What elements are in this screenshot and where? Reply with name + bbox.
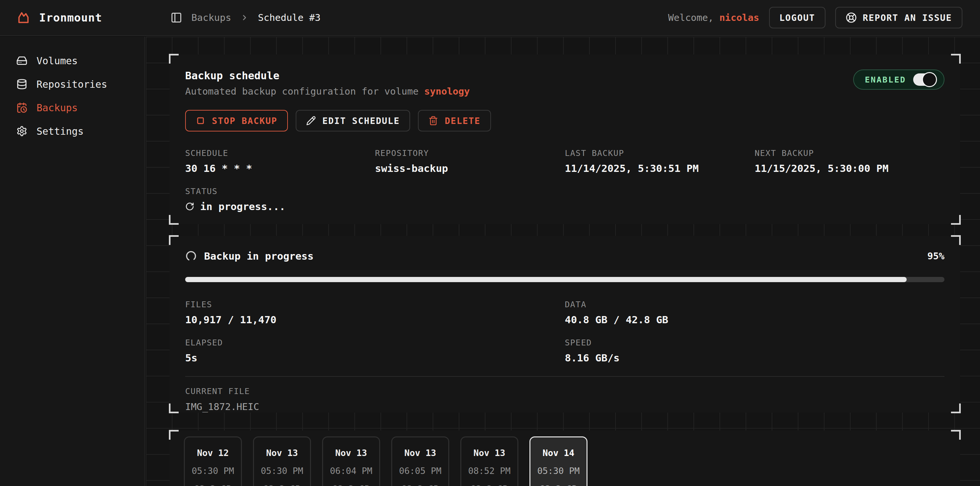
chevron-right-icon (240, 13, 249, 22)
corner-bracket (951, 235, 961, 245)
field-repository: REPOSITORY swiss-backup (375, 148, 565, 174)
corner-bracket (951, 215, 961, 225)
field-value: 11/15/2025, 5:30:00 PM (755, 163, 945, 174)
logout-button[interactable]: LOGOUT (769, 7, 826, 29)
delete-button[interactable]: DELETE (418, 110, 491, 131)
field-value: 11/14/2025, 5:30:51 PM (565, 163, 755, 174)
backup-schedule-card: Backup schedule Automated backup configu… (170, 54, 960, 224)
schedule-actions: STOP BACKUP EDIT SCHEDULE (185, 110, 945, 131)
snapshot-size: 92.2 GB (254, 484, 310, 486)
snapshot-size: 92.2 GB (323, 484, 379, 486)
snapshot-time: 08:52 PM (461, 466, 517, 476)
snapshot-time: 05:30 PM (530, 466, 587, 476)
corner-bracket (169, 403, 179, 413)
stop-backup-button[interactable]: STOP BACKUP (185, 110, 288, 131)
snapshot-card[interactable]: Nov 13 08:52 PM 92.2 GB (460, 437, 519, 486)
snapshot-card[interactable]: Nov 13 06:05 PM 92.2 GB (391, 437, 449, 486)
corner-bracket (951, 430, 961, 440)
progress-percent: 95% (928, 250, 945, 261)
status-block: STATUS in progress... (185, 186, 945, 212)
current-file-label: CURRENT FILE (185, 387, 945, 396)
sidebar-item-label: Repositories (37, 79, 107, 90)
lifebuoy-icon (846, 12, 857, 23)
enabled-label: ENABLED (865, 75, 906, 84)
welcome-text: Welcome, nicolas (668, 12, 759, 23)
main-content: Backup schedule Automated backup configu… (146, 37, 980, 486)
schedule-fields: SCHEDULE 30 16 * * * REPOSITORY swiss-ba… (185, 148, 945, 174)
stat-value: 10,917 / 11,470 (185, 314, 565, 325)
snapshot-date: Nov 13 (461, 448, 517, 458)
pencil-icon (306, 116, 316, 126)
stat-label: DATA (565, 300, 945, 309)
status-label: STATUS (185, 186, 945, 196)
sidebar-item-settings[interactable]: Settings (0, 120, 145, 143)
snapshot-date: Nov 13 (254, 448, 310, 458)
breadcrumb-current: Schedule #3 (258, 12, 320, 23)
stat-label: FILES (185, 300, 565, 309)
schedule-card-header: Backup schedule Automated backup configu… (185, 70, 470, 97)
app-title: Ironmount (39, 11, 102, 24)
snapshot-card-selected[interactable]: Nov 14 05:30 PM 92.2 GB (530, 437, 587, 486)
sidebar-item-volumes[interactable]: Volumes (0, 49, 145, 72)
snapshot-time: 06:05 PM (392, 466, 448, 476)
database-icon (16, 79, 27, 90)
field-next-backup: NEXT BACKUP 11/15/2025, 5:30:00 PM (755, 148, 945, 174)
delete-label: DELETE (445, 116, 480, 126)
breadcrumb: Backups Schedule #3 (145, 12, 320, 24)
progress-bar-fill (185, 277, 907, 282)
corner-bracket (169, 430, 179, 440)
corner-bracket (169, 54, 179, 64)
sidebar-item-label: Settings (37, 126, 84, 137)
corner-bracket (951, 403, 961, 413)
snapshot-card[interactable]: Nov 12 05:30 PM 92.2 GB (184, 437, 242, 486)
brand: Ironmount (0, 10, 145, 25)
enabled-switch[interactable] (913, 73, 936, 86)
edit-schedule-button[interactable]: EDIT SCHEDULE (296, 110, 410, 131)
enabled-toggle-pill[interactable]: ENABLED (853, 70, 945, 90)
current-file-block: CURRENT FILE IMG_1872.HEIC (185, 387, 945, 412)
snapshot-card[interactable]: Nov 13 06:04 PM 92.2 GB (322, 437, 380, 486)
hard-drive-icon (16, 55, 27, 66)
status-value: in progress... (185, 201, 945, 212)
snapshot-list: Nov 12 05:30 PM 92.2 GB Nov 13 05:30 PM … (184, 437, 946, 486)
stat-label: SPEED (565, 338, 945, 347)
field-label: SCHEDULE (185, 148, 375, 158)
card-subtitle: Automated backup configuration for volum… (185, 86, 470, 97)
sidebar-item-backups[interactable]: Backups (0, 96, 145, 120)
sidebar-item-repositories[interactable]: Repositories (0, 72, 145, 96)
backup-progress-card: Backup in progress 95% FILES 10,917 / 11… (170, 236, 960, 413)
loader-spinner-icon (183, 248, 199, 264)
divider (185, 376, 945, 377)
corner-bracket (169, 235, 179, 245)
snapshot-history-card: Nov 12 05:30 PM 92.2 GB Nov 13 05:30 PM … (170, 430, 960, 486)
snapshot-date: Nov 14 (530, 448, 587, 458)
topbar-right: Welcome, nicolas LOGOUT REPORT AN ISSUE (668, 7, 980, 29)
stat-value: 5s (185, 352, 565, 364)
snapshot-date: Nov 13 (392, 448, 448, 458)
mountain-logo-icon (16, 10, 31, 25)
snapshot-card[interactable]: Nov 13 05:30 PM 92.2 GB (253, 437, 311, 486)
snapshot-time: 05:30 PM (185, 466, 241, 476)
stat-files: FILES 10,917 / 11,470 (185, 300, 565, 325)
progress-stats: FILES 10,917 / 11,470 DATA 40.8 GB / 42.… (185, 300, 945, 364)
breadcrumb-section[interactable]: Backups (191, 12, 231, 23)
edit-schedule-label: EDIT SCHEDULE (323, 116, 400, 126)
snapshot-size: 92.2 GB (461, 484, 517, 486)
field-label: LAST BACKUP (565, 148, 755, 158)
snapshot-time: 06:04 PM (323, 466, 379, 476)
stat-data: DATA 40.8 GB / 42.8 GB (565, 300, 945, 325)
field-value: swiss-backup (375, 163, 565, 174)
report-issue-button[interactable]: REPORT AN ISSUE (835, 7, 963, 29)
switch-knob (922, 72, 937, 87)
sidebar-item-label: Backups (37, 102, 78, 113)
field-value: 30 16 * * * (185, 163, 375, 174)
corner-bracket (951, 54, 961, 64)
current-file-value: IMG_1872.HEIC (185, 401, 945, 412)
field-label: REPOSITORY (375, 148, 565, 158)
rotate-cw-icon (185, 202, 194, 211)
corner-bracket (169, 215, 179, 225)
progress-bar-track (185, 277, 945, 282)
panel-left-icon[interactable] (170, 12, 182, 24)
field-last-backup: LAST BACKUP 11/14/2025, 5:30:51 PM (565, 148, 755, 174)
stat-value: 8.16 GB/s (565, 352, 945, 364)
